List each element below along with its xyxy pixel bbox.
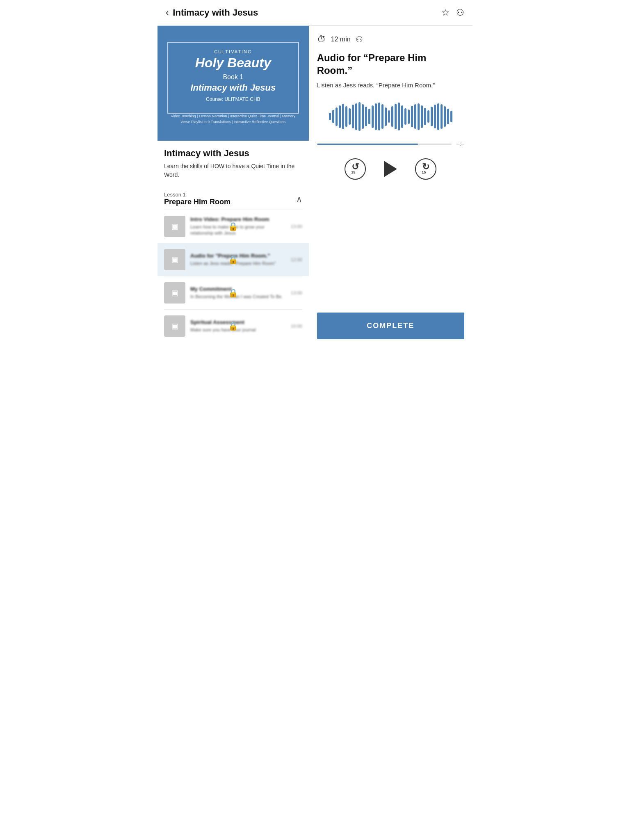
waveform-bar (345, 106, 347, 127)
waveform-container (317, 100, 464, 133)
left-panel: CULTIVATING Holy Beauty Book 1 Intimacy … (158, 26, 309, 347)
progress-time: --:-- (457, 141, 464, 147)
waveform-bar (365, 107, 367, 126)
thumbnail-icon: ▣ (171, 322, 178, 331)
book1-label: Book 1 (176, 73, 290, 81)
waveform-bar (431, 107, 433, 126)
waveform-bar (332, 110, 334, 123)
progress-bar-track[interactable] (317, 144, 452, 145)
lesson-item-duration: 13:00 (291, 224, 302, 229)
header-title: Intimacy with Jesus (173, 7, 258, 18)
share-link-icon[interactable]: ⚇ (456, 7, 464, 18)
waveform-bar (329, 113, 331, 120)
waveform-bar (391, 106, 393, 127)
lock-icon: 🔒 (228, 255, 238, 265)
player-controls: ↺ 15 ↻ 15 (317, 158, 464, 180)
header-left: ‹ Intimacy with Jesus (166, 7, 258, 18)
play-button[interactable] (384, 161, 397, 177)
lesson-item-duration: 10:00 (291, 324, 302, 329)
back-button[interactable]: ‹ (166, 7, 169, 18)
waveform-bar (362, 104, 364, 129)
audio-link-icon[interactable]: ⚇ (356, 34, 363, 44)
course-image-inner: CULTIVATING Holy Beauty Book 1 Intimacy … (167, 42, 299, 114)
lesson-header[interactable]: Lesson 1 Prepare Him Room ∧ (164, 192, 302, 210)
waveform-bar (372, 105, 374, 128)
chevron-up-icon[interactable]: ∧ (296, 194, 302, 204)
lock-icon: 🔒 (228, 288, 238, 298)
waveform-bar (418, 103, 420, 130)
bookmark-icon[interactable]: ☆ (441, 7, 450, 18)
waveform-bar (444, 106, 446, 127)
rewind-button[interactable]: ↺ 15 (345, 158, 366, 180)
waveform-bar (414, 104, 416, 129)
forward-button[interactable]: ↻ 15 (415, 158, 436, 180)
lesson-item[interactable]: ▣ Spiritual Assessment Make sure you hav… (164, 309, 302, 342)
clock-icon: ⏱ (317, 34, 326, 45)
audio-subtitle: Listen as Jess reads, “Prepare Him Room.… (317, 82, 464, 89)
lesson-items-list: ▣ Intro Video: Prepare Him Room Learn ho… (164, 210, 302, 342)
lesson-thumbnail: ▣ (164, 249, 185, 270)
lesson-thumbnail: ▣ (164, 282, 185, 304)
waveform-bar (401, 105, 403, 128)
waveform-bar (441, 104, 443, 129)
waveform-bar (381, 104, 383, 129)
progress-container: --:-- (317, 141, 464, 147)
lesson-thumbnail: ▣ (164, 216, 185, 237)
waveform-bar (342, 104, 344, 129)
waveform-bar (355, 103, 357, 130)
course-title: Intimacy with Jesus (164, 148, 302, 159)
lesson-header-text: Lesson 1 Prepare Him Room (164, 192, 231, 206)
waveform-bar (385, 107, 387, 126)
waveform-bar (447, 109, 449, 124)
app-header: ‹ Intimacy with Jesus ☆ ⚇ (158, 0, 472, 26)
waveform-bar (352, 105, 354, 128)
waveform-bar (378, 103, 380, 130)
right-panel: ⏱ 12 min ⚇ Audio for “Prepare Him Room.”… (309, 26, 472, 347)
waveform (329, 102, 452, 131)
waveform-bar (388, 110, 390, 123)
lesson-item-duration: 12:00 (291, 257, 302, 262)
course-info: Intimacy with Jesus Learn the skills of … (158, 141, 309, 187)
lesson-item-duration: 13:00 (291, 290, 302, 295)
main-layout: CULTIVATING Holy Beauty Book 1 Intimacy … (158, 26, 472, 347)
lesson-item[interactable]: ▣ Intro Video: Prepare Him Room Learn ho… (164, 210, 302, 243)
intimacy-label: Intimacy with Jesus (176, 82, 290, 93)
lesson-section: Lesson 1 Prepare Him Room ∧ ▣ Intro Vide… (158, 187, 309, 347)
course-features: Video Teaching | Lesson Narration | Inte… (167, 114, 299, 125)
waveform-bar (339, 105, 341, 128)
forward-label: 15 (422, 170, 426, 174)
waveform-bar (450, 111, 452, 122)
waveform-bar (336, 107, 338, 126)
header-right: ☆ ⚇ (441, 7, 464, 18)
waveform-bar (358, 102, 361, 131)
lock-icon: 🔒 (228, 221, 238, 231)
holy-beauty-label: Holy Beauty (176, 56, 290, 70)
lesson-item[interactable]: ▣ Audio for "Prepare Him Room." Listen a… (158, 243, 309, 276)
spacer (317, 196, 464, 304)
cultivating-label: CULTIVATING (176, 49, 290, 54)
audio-title: Audio for “Prepare Him Room.” (317, 51, 464, 77)
rewind-label: 15 (351, 170, 355, 174)
waveform-bar (368, 109, 370, 124)
lesson-label: Lesson 1 (164, 192, 231, 198)
waveform-bar (424, 108, 426, 125)
waveform-bar (421, 105, 423, 128)
lesson-name: Prepare Him Room (164, 198, 231, 206)
thumbnail-icon: ▣ (171, 222, 178, 231)
waveform-bar (375, 103, 377, 130)
waveform-bar (434, 105, 436, 128)
course-description: Learn the skills of HOW to have a Quiet … (164, 162, 302, 179)
lesson-item[interactable]: ▣ My Commitment In Becoming the Woman I … (164, 276, 302, 309)
waveform-bar (411, 106, 413, 127)
complete-section: COMPLETE (317, 304, 464, 339)
waveform-bar (427, 110, 429, 123)
complete-button[interactable]: COMPLETE (317, 313, 464, 339)
course-code: Course: ULITMATE CHB (176, 96, 290, 102)
audio-meta: ⏱ 12 min ⚇ (317, 34, 464, 45)
waveform-bar (437, 103, 439, 130)
lesson-thumbnail: ▣ (164, 315, 185, 337)
progress-bar-fill (317, 144, 418, 145)
course-image: CULTIVATING Holy Beauty Book 1 Intimacy … (158, 26, 309, 141)
thumbnail-icon: ▣ (171, 255, 178, 264)
waveform-bar (349, 108, 351, 125)
